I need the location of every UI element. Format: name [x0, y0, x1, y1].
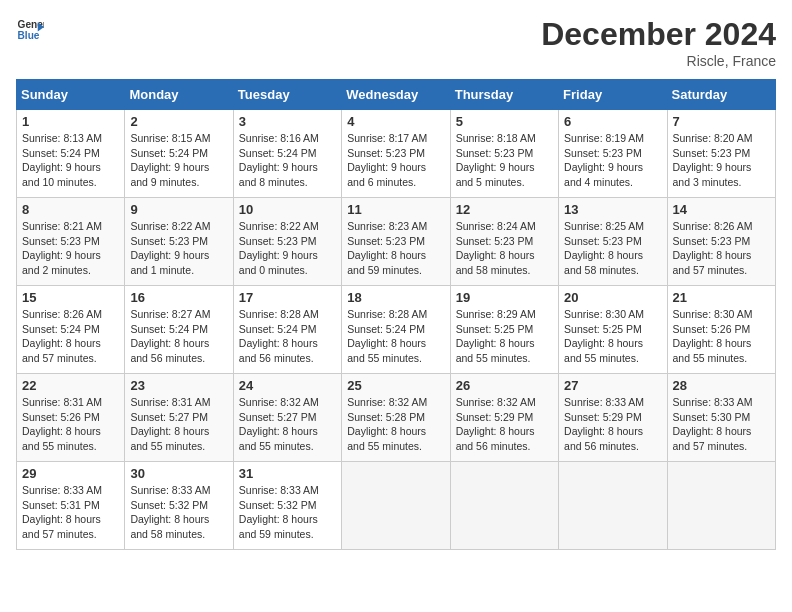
- day-info: Sunrise: 8:26 AM Sunset: 5:23 PM Dayligh…: [673, 219, 770, 278]
- day-number: 20: [564, 290, 661, 305]
- day-number: 23: [130, 378, 227, 393]
- day-number: 15: [22, 290, 119, 305]
- day-number: 8: [22, 202, 119, 217]
- day-number: 11: [347, 202, 444, 217]
- calendar-cell: [342, 462, 450, 550]
- calendar-cell: 10Sunrise: 8:22 AM Sunset: 5:23 PM Dayli…: [233, 198, 341, 286]
- day-info: Sunrise: 8:32 AM Sunset: 5:27 PM Dayligh…: [239, 395, 336, 454]
- day-number: 12: [456, 202, 553, 217]
- calendar-cell: 31Sunrise: 8:33 AM Sunset: 5:32 PM Dayli…: [233, 462, 341, 550]
- day-info: Sunrise: 8:13 AM Sunset: 5:24 PM Dayligh…: [22, 131, 119, 190]
- day-info: Sunrise: 8:16 AM Sunset: 5:24 PM Dayligh…: [239, 131, 336, 190]
- page-header: General Blue December 2024 Riscle, Franc…: [16, 16, 776, 69]
- calendar-cell: 1Sunrise: 8:13 AM Sunset: 5:24 PM Daylig…: [17, 110, 125, 198]
- svg-text:Blue: Blue: [18, 30, 40, 41]
- calendar-cell: 18Sunrise: 8:28 AM Sunset: 5:24 PM Dayli…: [342, 286, 450, 374]
- day-number: 7: [673, 114, 770, 129]
- calendar-cell: 6Sunrise: 8:19 AM Sunset: 5:23 PM Daylig…: [559, 110, 667, 198]
- day-number: 27: [564, 378, 661, 393]
- day-info: Sunrise: 8:29 AM Sunset: 5:25 PM Dayligh…: [456, 307, 553, 366]
- day-number: 5: [456, 114, 553, 129]
- calendar-cell: 25Sunrise: 8:32 AM Sunset: 5:28 PM Dayli…: [342, 374, 450, 462]
- week-row-3: 15Sunrise: 8:26 AM Sunset: 5:24 PM Dayli…: [17, 286, 776, 374]
- day-info: Sunrise: 8:33 AM Sunset: 5:31 PM Dayligh…: [22, 483, 119, 542]
- col-header-thursday: Thursday: [450, 80, 558, 110]
- title-area: December 2024 Riscle, France: [541, 16, 776, 69]
- day-info: Sunrise: 8:32 AM Sunset: 5:29 PM Dayligh…: [456, 395, 553, 454]
- col-header-friday: Friday: [559, 80, 667, 110]
- calendar-cell: 12Sunrise: 8:24 AM Sunset: 5:23 PM Dayli…: [450, 198, 558, 286]
- day-number: 29: [22, 466, 119, 481]
- calendar-cell: [450, 462, 558, 550]
- day-number: 30: [130, 466, 227, 481]
- calendar-cell: 29Sunrise: 8:33 AM Sunset: 5:31 PM Dayli…: [17, 462, 125, 550]
- calendar-cell: 14Sunrise: 8:26 AM Sunset: 5:23 PM Dayli…: [667, 198, 775, 286]
- calendar-cell: 17Sunrise: 8:28 AM Sunset: 5:24 PM Dayli…: [233, 286, 341, 374]
- location: Riscle, France: [541, 53, 776, 69]
- day-number: 19: [456, 290, 553, 305]
- day-info: Sunrise: 8:28 AM Sunset: 5:24 PM Dayligh…: [239, 307, 336, 366]
- day-number: 17: [239, 290, 336, 305]
- day-number: 13: [564, 202, 661, 217]
- day-info: Sunrise: 8:22 AM Sunset: 5:23 PM Dayligh…: [239, 219, 336, 278]
- logo: General Blue: [16, 16, 44, 44]
- calendar-cell: 3Sunrise: 8:16 AM Sunset: 5:24 PM Daylig…: [233, 110, 341, 198]
- calendar-cell: 8Sunrise: 8:21 AM Sunset: 5:23 PM Daylig…: [17, 198, 125, 286]
- calendar-table: SundayMondayTuesdayWednesdayThursdayFrid…: [16, 79, 776, 550]
- calendar-cell: 7Sunrise: 8:20 AM Sunset: 5:23 PM Daylig…: [667, 110, 775, 198]
- day-number: 4: [347, 114, 444, 129]
- col-header-monday: Monday: [125, 80, 233, 110]
- day-number: 18: [347, 290, 444, 305]
- day-number: 24: [239, 378, 336, 393]
- day-info: Sunrise: 8:17 AM Sunset: 5:23 PM Dayligh…: [347, 131, 444, 190]
- day-info: Sunrise: 8:28 AM Sunset: 5:24 PM Dayligh…: [347, 307, 444, 366]
- week-row-5: 29Sunrise: 8:33 AM Sunset: 5:31 PM Dayli…: [17, 462, 776, 550]
- day-info: Sunrise: 8:30 AM Sunset: 5:25 PM Dayligh…: [564, 307, 661, 366]
- day-number: 16: [130, 290, 227, 305]
- day-number: 9: [130, 202, 227, 217]
- calendar-cell: 20Sunrise: 8:30 AM Sunset: 5:25 PM Dayli…: [559, 286, 667, 374]
- day-info: Sunrise: 8:15 AM Sunset: 5:24 PM Dayligh…: [130, 131, 227, 190]
- calendar-cell: 5Sunrise: 8:18 AM Sunset: 5:23 PM Daylig…: [450, 110, 558, 198]
- day-number: 26: [456, 378, 553, 393]
- calendar-cell: [667, 462, 775, 550]
- day-number: 31: [239, 466, 336, 481]
- day-number: 28: [673, 378, 770, 393]
- day-number: 14: [673, 202, 770, 217]
- day-info: Sunrise: 8:18 AM Sunset: 5:23 PM Dayligh…: [456, 131, 553, 190]
- calendar-cell: 15Sunrise: 8:26 AM Sunset: 5:24 PM Dayli…: [17, 286, 125, 374]
- calendar-cell: [559, 462, 667, 550]
- week-row-2: 8Sunrise: 8:21 AM Sunset: 5:23 PM Daylig…: [17, 198, 776, 286]
- day-info: Sunrise: 8:31 AM Sunset: 5:27 PM Dayligh…: [130, 395, 227, 454]
- day-number: 25: [347, 378, 444, 393]
- day-number: 2: [130, 114, 227, 129]
- day-number: 3: [239, 114, 336, 129]
- day-info: Sunrise: 8:25 AM Sunset: 5:23 PM Dayligh…: [564, 219, 661, 278]
- col-header-saturday: Saturday: [667, 80, 775, 110]
- logo-icon: General Blue: [16, 16, 44, 44]
- calendar-cell: 11Sunrise: 8:23 AM Sunset: 5:23 PM Dayli…: [342, 198, 450, 286]
- week-row-1: 1Sunrise: 8:13 AM Sunset: 5:24 PM Daylig…: [17, 110, 776, 198]
- day-info: Sunrise: 8:24 AM Sunset: 5:23 PM Dayligh…: [456, 219, 553, 278]
- calendar-cell: 30Sunrise: 8:33 AM Sunset: 5:32 PM Dayli…: [125, 462, 233, 550]
- day-number: 22: [22, 378, 119, 393]
- col-header-sunday: Sunday: [17, 80, 125, 110]
- day-info: Sunrise: 8:22 AM Sunset: 5:23 PM Dayligh…: [130, 219, 227, 278]
- day-info: Sunrise: 8:33 AM Sunset: 5:32 PM Dayligh…: [130, 483, 227, 542]
- calendar-cell: 9Sunrise: 8:22 AM Sunset: 5:23 PM Daylig…: [125, 198, 233, 286]
- col-header-wednesday: Wednesday: [342, 80, 450, 110]
- day-info: Sunrise: 8:27 AM Sunset: 5:24 PM Dayligh…: [130, 307, 227, 366]
- col-header-tuesday: Tuesday: [233, 80, 341, 110]
- day-info: Sunrise: 8:33 AM Sunset: 5:32 PM Dayligh…: [239, 483, 336, 542]
- month-title: December 2024: [541, 16, 776, 53]
- day-number: 10: [239, 202, 336, 217]
- week-row-4: 22Sunrise: 8:31 AM Sunset: 5:26 PM Dayli…: [17, 374, 776, 462]
- calendar-cell: 22Sunrise: 8:31 AM Sunset: 5:26 PM Dayli…: [17, 374, 125, 462]
- calendar-cell: 13Sunrise: 8:25 AM Sunset: 5:23 PM Dayli…: [559, 198, 667, 286]
- calendar-header-row: SundayMondayTuesdayWednesdayThursdayFrid…: [17, 80, 776, 110]
- day-info: Sunrise: 8:26 AM Sunset: 5:24 PM Dayligh…: [22, 307, 119, 366]
- day-info: Sunrise: 8:21 AM Sunset: 5:23 PM Dayligh…: [22, 219, 119, 278]
- day-info: Sunrise: 8:33 AM Sunset: 5:30 PM Dayligh…: [673, 395, 770, 454]
- day-number: 21: [673, 290, 770, 305]
- day-info: Sunrise: 8:20 AM Sunset: 5:23 PM Dayligh…: [673, 131, 770, 190]
